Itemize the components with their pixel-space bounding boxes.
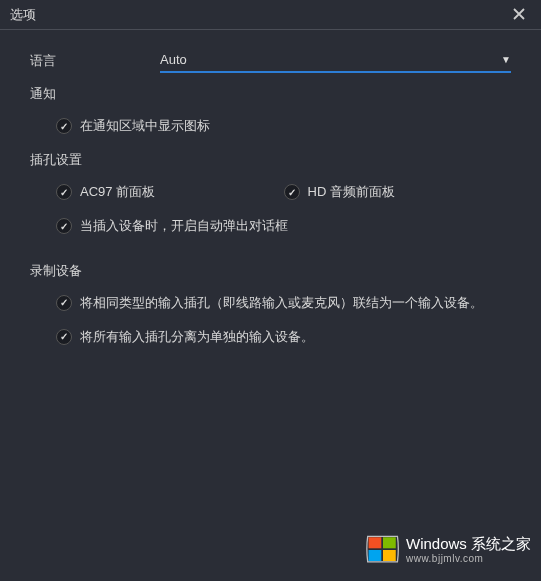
window-title: 选项 [10, 6, 36, 24]
separate-inputs-row: 将所有输入插孔分离为单独的输入设备。 [56, 328, 511, 346]
svg-rect-2 [369, 550, 382, 561]
notification-heading: 通知 [30, 85, 511, 103]
ac97-checkbox[interactable] [56, 184, 72, 200]
language-label: 语言 [30, 52, 160, 70]
separate-inputs-checkbox[interactable] [56, 329, 72, 345]
svg-rect-1 [383, 537, 396, 548]
watermark: Windows 系统之家 www.bjjmlv.com [366, 533, 531, 567]
separate-inputs-label: 将所有输入插孔分离为单独的输入设备。 [80, 328, 314, 346]
jack-panel-row: AC97 前面板 HD 音频前面板 [56, 183, 511, 211]
auto-popup-label: 当插入设备时，开启自动弹出对话框 [80, 217, 288, 235]
hd-audio-row: HD 音频前面板 [284, 183, 512, 201]
language-row: 语言 Auto ▼ [30, 48, 511, 73]
recording-heading: 录制设备 [30, 262, 511, 280]
watermark-main: Windows 系统之家 [406, 536, 531, 553]
combine-inputs-checkbox[interactable] [56, 295, 72, 311]
jack-heading: 插孔设置 [30, 151, 511, 169]
hd-audio-label: HD 音频前面板 [308, 183, 395, 201]
hd-audio-checkbox[interactable] [284, 184, 300, 200]
chevron-down-icon: ▼ [501, 54, 511, 65]
windows-logo-icon [366, 533, 400, 567]
close-button[interactable] [507, 4, 531, 26]
close-icon [513, 8, 525, 20]
show-tray-icon-row: 在通知区域中显示图标 [56, 117, 511, 135]
show-tray-icon-label: 在通知区域中显示图标 [80, 117, 210, 135]
language-selected: Auto [160, 52, 187, 67]
auto-popup-checkbox[interactable] [56, 218, 72, 234]
ac97-label: AC97 前面板 [80, 183, 155, 201]
watermark-sub: www.bjjmlv.com [406, 553, 531, 564]
ac97-row: AC97 前面板 [56, 183, 284, 201]
combine-inputs-row: 将相同类型的输入插孔（即线路输入或麦克风）联结为一个输入设备。 [56, 294, 511, 312]
svg-rect-3 [383, 550, 396, 561]
show-tray-icon-checkbox[interactable] [56, 118, 72, 134]
combine-inputs-label: 将相同类型的输入插孔（即线路输入或麦克风）联结为一个输入设备。 [80, 294, 483, 312]
watermark-text: Windows 系统之家 www.bjjmlv.com [406, 536, 531, 564]
titlebar: 选项 [0, 0, 541, 30]
language-dropdown[interactable]: Auto ▼ [160, 48, 511, 73]
auto-popup-row: 当插入设备时，开启自动弹出对话框 [56, 217, 511, 235]
svg-rect-0 [369, 537, 382, 548]
content-area: 语言 Auto ▼ 通知 在通知区域中显示图标 插孔设置 AC97 前面板 HD… [0, 30, 541, 380]
